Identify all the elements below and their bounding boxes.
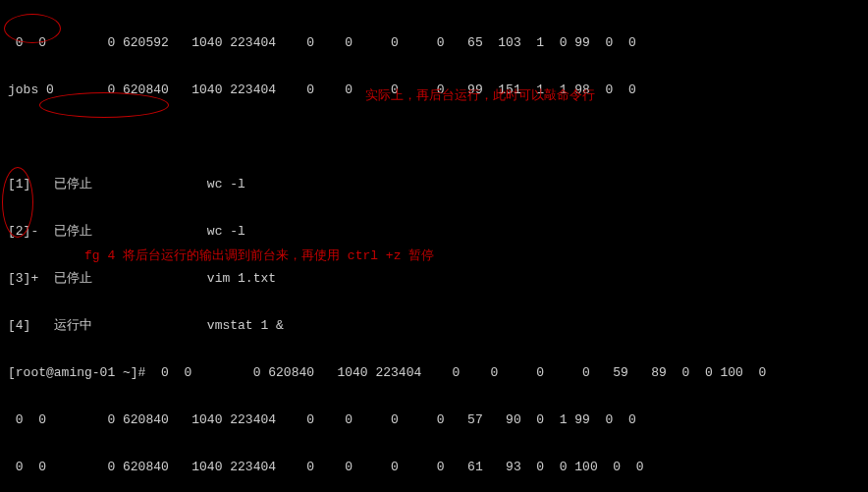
output-line	[8, 130, 860, 145]
annotation-fg4: fg 4	[84, 248, 123, 263]
output-line: 0 0 0 620592 1040 223404 0 0 0 0 65 103 …	[8, 35, 860, 51]
annotation-text: 暂停	[408, 248, 434, 263]
annotation-ctrlz: ctrl +z	[348, 248, 408, 263]
output-line: jobs 0 0 620840 1040 223404 0 0 0 0 99 1…	[8, 82, 860, 98]
output-line: [1] 已停止 wc -l	[8, 177, 860, 192]
terminal-output: 0 0 0 620592 1040 223404 0 0 0 0 65 103 …	[0, 0, 868, 492]
output-line: 0 0 0 620840 1040 223404 0 0 0 0 57 90 0…	[8, 412, 860, 428]
annotation-text: 将后台运行的输出调到前台来，再使用	[123, 248, 348, 263]
output-line: [3]+ 已停止 vim 1.txt	[8, 271, 860, 287]
output-line: [2]- 已停止 wc -l	[8, 224, 860, 240]
annotation-note-2: fg 4 将后台运行的输出调到前台来，再使用 ctrl +z 暂停	[84, 248, 434, 264]
output-line: 0 0 0 620840 1040 223404 0 0 0 0 61 93 0…	[8, 460, 860, 475]
output-line: [4] 运行中 vmstat 1 &	[8, 318, 860, 334]
output-line: [root@aming-01 ~]# 0 0 0 620840 1040 223…	[8, 365, 860, 381]
